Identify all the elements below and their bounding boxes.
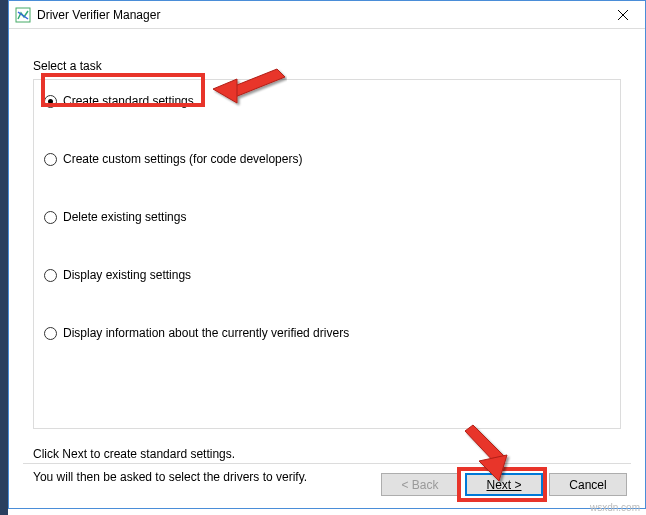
separator bbox=[23, 463, 631, 464]
app-icon bbox=[15, 7, 31, 23]
options-group: Create standard settings Create custom s… bbox=[33, 79, 621, 429]
radio-create-custom[interactable]: Create custom settings (for code develop… bbox=[44, 152, 610, 166]
radio-label: Display information about the currently … bbox=[63, 326, 349, 340]
next-button[interactable]: Next > bbox=[465, 473, 543, 496]
radio-label: Create standard settings bbox=[63, 94, 194, 108]
radio-icon bbox=[44, 327, 57, 340]
watermark: wsxdn.com bbox=[590, 502, 640, 513]
button-row: < Back Next > Cancel bbox=[381, 473, 627, 496]
titlebar-title: Driver Verifier Manager bbox=[37, 8, 160, 22]
content-area: Select a task Create standard settings C… bbox=[9, 29, 645, 499]
back-button: < Back bbox=[381, 473, 459, 496]
radio-icon bbox=[44, 95, 57, 108]
radio-label: Create custom settings (for code develop… bbox=[63, 152, 302, 166]
background-edge bbox=[0, 0, 8, 515]
radio-display-info[interactable]: Display information about the currently … bbox=[44, 326, 610, 340]
radio-icon bbox=[44, 211, 57, 224]
back-label: < Back bbox=[401, 478, 438, 492]
radio-label: Display existing settings bbox=[63, 268, 191, 282]
radio-icon bbox=[44, 269, 57, 282]
radio-icon bbox=[44, 153, 57, 166]
cancel-button[interactable]: Cancel bbox=[549, 473, 627, 496]
dialog-window: Driver Verifier Manager Select a task Cr… bbox=[8, 0, 646, 509]
radio-label: Delete existing settings bbox=[63, 210, 186, 224]
radio-delete-existing[interactable]: Delete existing settings bbox=[44, 210, 610, 224]
close-icon bbox=[618, 10, 628, 20]
titlebar: Driver Verifier Manager bbox=[9, 1, 645, 29]
radio-create-standard[interactable]: Create standard settings bbox=[44, 94, 610, 108]
next-label: Next > bbox=[486, 478, 521, 492]
radio-display-existing[interactable]: Display existing settings bbox=[44, 268, 610, 282]
close-button[interactable] bbox=[600, 1, 645, 29]
task-label: Select a task bbox=[33, 59, 621, 73]
cancel-label: Cancel bbox=[569, 478, 606, 492]
